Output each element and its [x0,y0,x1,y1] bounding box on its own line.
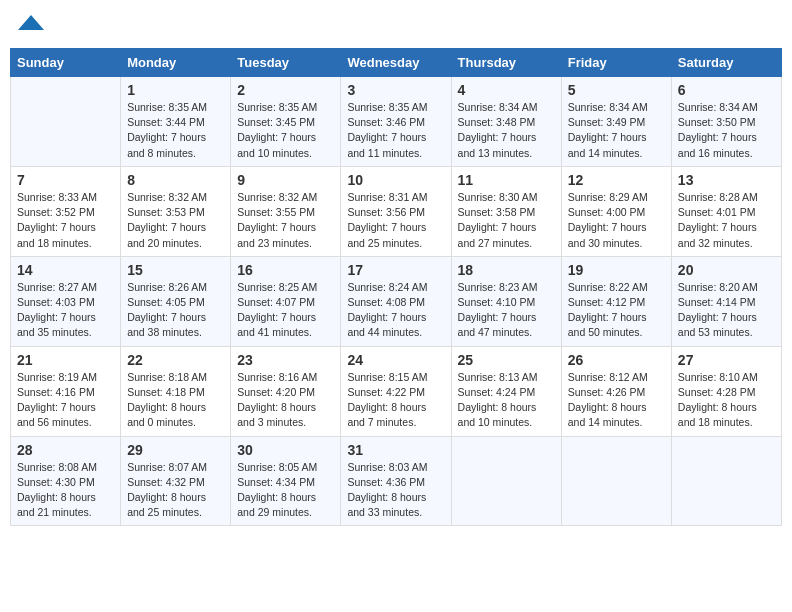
day-info: Sunrise: 8:26 AM Sunset: 4:05 PM Dayligh… [127,280,224,341]
day-cell [671,436,781,526]
day-number: 7 [17,172,114,188]
day-info: Sunrise: 8:35 AM Sunset: 3:46 PM Dayligh… [347,100,444,161]
day-cell: 6Sunrise: 8:34 AM Sunset: 3:50 PM Daylig… [671,77,781,167]
day-cell: 31Sunrise: 8:03 AM Sunset: 4:36 PM Dayli… [341,436,451,526]
day-info: Sunrise: 8:32 AM Sunset: 3:55 PM Dayligh… [237,190,334,251]
day-cell: 28Sunrise: 8:08 AM Sunset: 4:30 PM Dayli… [11,436,121,526]
day-cell: 19Sunrise: 8:22 AM Sunset: 4:12 PM Dayli… [561,256,671,346]
week-row-3: 14Sunrise: 8:27 AM Sunset: 4:03 PM Dayli… [11,256,782,346]
weekday-header-wednesday: Wednesday [341,49,451,77]
day-cell: 23Sunrise: 8:16 AM Sunset: 4:20 PM Dayli… [231,346,341,436]
day-number: 14 [17,262,114,278]
day-info: Sunrise: 8:31 AM Sunset: 3:56 PM Dayligh… [347,190,444,251]
day-cell [11,77,121,167]
day-cell: 1Sunrise: 8:35 AM Sunset: 3:44 PM Daylig… [121,77,231,167]
day-number: 5 [568,82,665,98]
day-info: Sunrise: 8:23 AM Sunset: 4:10 PM Dayligh… [458,280,555,341]
calendar: SundayMondayTuesdayWednesdayThursdayFrid… [10,48,782,526]
day-number: 9 [237,172,334,188]
day-number: 31 [347,442,444,458]
day-cell: 21Sunrise: 8:19 AM Sunset: 4:16 PM Dayli… [11,346,121,436]
day-number: 22 [127,352,224,368]
day-cell: 7Sunrise: 8:33 AM Sunset: 3:52 PM Daylig… [11,166,121,256]
day-number: 11 [458,172,555,188]
day-cell: 25Sunrise: 8:13 AM Sunset: 4:24 PM Dayli… [451,346,561,436]
day-info: Sunrise: 8:24 AM Sunset: 4:08 PM Dayligh… [347,280,444,341]
day-number: 2 [237,82,334,98]
weekday-row: SundayMondayTuesdayWednesdayThursdayFrid… [11,49,782,77]
day-info: Sunrise: 8:34 AM Sunset: 3:49 PM Dayligh… [568,100,665,161]
day-info: Sunrise: 8:25 AM Sunset: 4:07 PM Dayligh… [237,280,334,341]
day-info: Sunrise: 8:28 AM Sunset: 4:01 PM Dayligh… [678,190,775,251]
day-cell: 27Sunrise: 8:10 AM Sunset: 4:28 PM Dayli… [671,346,781,436]
day-cell: 22Sunrise: 8:18 AM Sunset: 4:18 PM Dayli… [121,346,231,436]
day-number: 23 [237,352,334,368]
day-info: Sunrise: 8:08 AM Sunset: 4:30 PM Dayligh… [17,460,114,521]
day-info: Sunrise: 8:33 AM Sunset: 3:52 PM Dayligh… [17,190,114,251]
day-cell: 20Sunrise: 8:20 AM Sunset: 4:14 PM Dayli… [671,256,781,346]
weekday-header-sunday: Sunday [11,49,121,77]
logo-icon [16,10,46,40]
day-info: Sunrise: 8:34 AM Sunset: 3:48 PM Dayligh… [458,100,555,161]
day-number: 3 [347,82,444,98]
day-number: 18 [458,262,555,278]
day-info: Sunrise: 8:18 AM Sunset: 4:18 PM Dayligh… [127,370,224,431]
day-info: Sunrise: 8:15 AM Sunset: 4:22 PM Dayligh… [347,370,444,431]
day-info: Sunrise: 8:16 AM Sunset: 4:20 PM Dayligh… [237,370,334,431]
day-cell: 13Sunrise: 8:28 AM Sunset: 4:01 PM Dayli… [671,166,781,256]
day-cell: 8Sunrise: 8:32 AM Sunset: 3:53 PM Daylig… [121,166,231,256]
day-info: Sunrise: 8:34 AM Sunset: 3:50 PM Dayligh… [678,100,775,161]
day-info: Sunrise: 8:03 AM Sunset: 4:36 PM Dayligh… [347,460,444,521]
weekday-header-monday: Monday [121,49,231,77]
day-cell: 24Sunrise: 8:15 AM Sunset: 4:22 PM Dayli… [341,346,451,436]
day-info: Sunrise: 8:07 AM Sunset: 4:32 PM Dayligh… [127,460,224,521]
day-info: Sunrise: 8:10 AM Sunset: 4:28 PM Dayligh… [678,370,775,431]
day-cell: 3Sunrise: 8:35 AM Sunset: 3:46 PM Daylig… [341,77,451,167]
day-number: 15 [127,262,224,278]
day-number: 10 [347,172,444,188]
day-number: 8 [127,172,224,188]
week-row-4: 21Sunrise: 8:19 AM Sunset: 4:16 PM Dayli… [11,346,782,436]
day-cell: 17Sunrise: 8:24 AM Sunset: 4:08 PM Dayli… [341,256,451,346]
day-number: 12 [568,172,665,188]
day-cell: 18Sunrise: 8:23 AM Sunset: 4:10 PM Dayli… [451,256,561,346]
day-info: Sunrise: 8:19 AM Sunset: 4:16 PM Dayligh… [17,370,114,431]
day-number: 16 [237,262,334,278]
day-cell: 29Sunrise: 8:07 AM Sunset: 4:32 PM Dayli… [121,436,231,526]
day-info: Sunrise: 8:35 AM Sunset: 3:45 PM Dayligh… [237,100,334,161]
day-info: Sunrise: 8:20 AM Sunset: 4:14 PM Dayligh… [678,280,775,341]
week-row-2: 7Sunrise: 8:33 AM Sunset: 3:52 PM Daylig… [11,166,782,256]
day-number: 13 [678,172,775,188]
day-number: 25 [458,352,555,368]
page-header [10,10,782,40]
day-number: 27 [678,352,775,368]
day-info: Sunrise: 8:22 AM Sunset: 4:12 PM Dayligh… [568,280,665,341]
day-info: Sunrise: 8:29 AM Sunset: 4:00 PM Dayligh… [568,190,665,251]
day-number: 17 [347,262,444,278]
day-info: Sunrise: 8:13 AM Sunset: 4:24 PM Dayligh… [458,370,555,431]
day-info: Sunrise: 8:12 AM Sunset: 4:26 PM Dayligh… [568,370,665,431]
week-row-5: 28Sunrise: 8:08 AM Sunset: 4:30 PM Dayli… [11,436,782,526]
day-cell: 30Sunrise: 8:05 AM Sunset: 4:34 PM Dayli… [231,436,341,526]
day-cell: 26Sunrise: 8:12 AM Sunset: 4:26 PM Dayli… [561,346,671,436]
calendar-header: SundayMondayTuesdayWednesdayThursdayFrid… [11,49,782,77]
week-row-1: 1Sunrise: 8:35 AM Sunset: 3:44 PM Daylig… [11,77,782,167]
day-cell: 16Sunrise: 8:25 AM Sunset: 4:07 PM Dayli… [231,256,341,346]
day-number: 28 [17,442,114,458]
day-info: Sunrise: 8:27 AM Sunset: 4:03 PM Dayligh… [17,280,114,341]
day-cell: 12Sunrise: 8:29 AM Sunset: 4:00 PM Dayli… [561,166,671,256]
day-cell: 9Sunrise: 8:32 AM Sunset: 3:55 PM Daylig… [231,166,341,256]
logo [14,10,46,40]
day-info: Sunrise: 8:30 AM Sunset: 3:58 PM Dayligh… [458,190,555,251]
day-cell: 11Sunrise: 8:30 AM Sunset: 3:58 PM Dayli… [451,166,561,256]
day-info: Sunrise: 8:32 AM Sunset: 3:53 PM Dayligh… [127,190,224,251]
svg-marker-0 [18,15,44,30]
day-number: 6 [678,82,775,98]
weekday-header-tuesday: Tuesday [231,49,341,77]
day-cell: 2Sunrise: 8:35 AM Sunset: 3:45 PM Daylig… [231,77,341,167]
day-number: 24 [347,352,444,368]
day-cell: 5Sunrise: 8:34 AM Sunset: 3:49 PM Daylig… [561,77,671,167]
day-cell: 15Sunrise: 8:26 AM Sunset: 4:05 PM Dayli… [121,256,231,346]
day-cell [561,436,671,526]
weekday-header-thursday: Thursday [451,49,561,77]
